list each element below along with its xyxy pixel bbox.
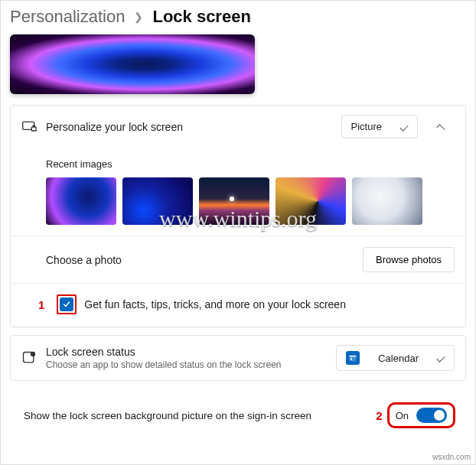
status-subtitle: Choose an app to show detailed status on… [46, 359, 327, 370]
chevron-down-icon [399, 122, 408, 131]
personalize-header-row: Personalize your lock screen Picture [11, 106, 465, 148]
recent-image-thumb[interactable] [275, 177, 346, 225]
recent-image-thumb[interactable] [46, 177, 116, 225]
chevron-down-icon [436, 353, 445, 362]
recent-images-panel: Recent images [11, 148, 465, 236]
annotation-highlight-box [57, 294, 77, 314]
annotation-highlight-box: On [387, 402, 455, 428]
recent-images-label: Recent images [46, 158, 455, 170]
svg-point-3 [31, 353, 35, 356]
annotation-marker-2: 2 [371, 409, 386, 422]
breadcrumb: Personalization ❯ Lock screen [1, 1, 475, 34]
signin-background-label: Show the lock screen background picture … [24, 410, 371, 421]
annotation-marker-1: 1 [34, 298, 49, 311]
calendar-icon [346, 351, 360, 365]
app-status-icon [21, 350, 37, 366]
collapse-button[interactable] [427, 123, 455, 131]
svg-rect-5 [350, 356, 357, 358]
personalize-source-dropdown[interactable]: Picture [341, 115, 418, 138]
fun-facts-checkbox[interactable] [60, 298, 73, 311]
breadcrumb-current: Lock screen [152, 7, 250, 27]
choose-photo-label: Choose a photo [46, 254, 363, 266]
status-app-dropdown[interactable]: Calendar [336, 345, 455, 371]
fun-facts-label: Get fun facts, tips, tricks, and more on… [84, 298, 346, 311]
chevron-up-icon [436, 124, 445, 132]
status-title: Lock screen status [46, 346, 327, 358]
svg-rect-6 [350, 359, 352, 360]
lockscreen-status-card: Lock screen status Choose an app to show… [10, 335, 466, 381]
dropdown-value: Calendar [378, 353, 419, 364]
monitor-lock-icon [21, 119, 37, 135]
credit-text: wsxdn.com [432, 453, 471, 461]
recent-images-list [46, 177, 455, 225]
signin-background-row: Show the lock screen background picture … [10, 389, 466, 442]
personalize-label: Personalize your lock screen [46, 121, 332, 133]
recent-image-thumb[interactable] [122, 177, 193, 225]
status-row: Lock screen status Choose an app to show… [11, 336, 465, 380]
recent-image-thumb[interactable] [352, 177, 422, 225]
recent-image-thumb[interactable] [199, 177, 269, 225]
status-text: Lock screen status Choose an app to show… [46, 346, 327, 370]
chevron-right-icon: ❯ [134, 11, 143, 23]
dropdown-value: Picture [351, 121, 382, 132]
lockscreen-preview-image [10, 34, 255, 94]
personalize-card: Personalize your lock screen Picture Rec… [10, 105, 466, 327]
browse-photos-button[interactable]: Browse photos [363, 247, 455, 272]
fun-facts-row: 1 Get fun facts, tips, tricks, and more … [11, 283, 465, 327]
check-icon [62, 300, 71, 309]
signin-background-toggle[interactable] [416, 408, 447, 423]
toggle-state-label: On [396, 410, 409, 421]
choose-photo-row: Choose a photo Browse photos [11, 236, 465, 283]
svg-rect-1 [31, 127, 36, 131]
breadcrumb-parent[interactable]: Personalization [10, 7, 125, 27]
